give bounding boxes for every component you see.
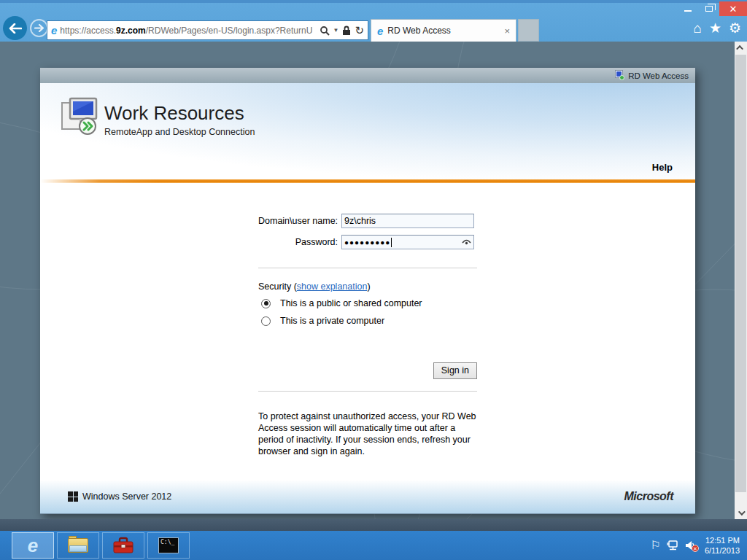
volume-muted-icon[interactable]: ✕ [685, 540, 696, 551]
os-brand: Windows Server 2012 [68, 491, 171, 502]
page-footer: Windows Server 2012 Microsoft [40, 480, 695, 514]
taskbar-internet-explorer-button[interactable]: e [12, 532, 54, 559]
login-form: Domain\user name: 9z\chris Password: ●●●… [258, 214, 477, 457]
taskbar-admin-tools-button[interactable] [102, 532, 144, 559]
favorites-star-icon[interactable]: ★ [709, 21, 721, 35]
search-icon[interactable] [320, 26, 330, 36]
orange-accent-rule [40, 179, 695, 183]
forward-button[interactable] [30, 19, 48, 37]
restore-icon [705, 6, 713, 12]
minimize-button[interactable] [677, 1, 698, 16]
chrome-toolbar-icons: ⌂ ★ ⚙ [693, 21, 741, 35]
timeout-notice: To protect against unauthorized access, … [258, 411, 477, 457]
password-reveal-eye-icon[interactable] [462, 239, 471, 246]
internet-explorer-icon: e [28, 536, 38, 555]
rdweb-mini-icon [615, 71, 624, 80]
close-button[interactable]: ✕ [719, 1, 747, 16]
action-center-flag-icon[interactable]: ⚐ [651, 540, 661, 551]
settings-gear-icon[interactable]: ⚙ [729, 21, 741, 35]
tab-close-icon[interactable]: × [504, 26, 510, 36]
desktop-screen: ✕ e https://access.9z.com/RDWeb/Pages/en… [0, 0, 747, 560]
window-top-border [0, 0, 747, 3]
username-row: Domain\user name: 9z\chris [258, 214, 477, 228]
taskbar: e C:\_ ⚐ [0, 531, 747, 560]
close-icon: ✕ [729, 4, 738, 14]
scroll-down-button[interactable] [735, 507, 747, 519]
clock-date: 6/11/2013 [705, 545, 740, 556]
help-link[interactable]: Help [652, 162, 673, 173]
scrollbar-thumb[interactable] [735, 55, 746, 492]
username-label: Domain\user name: [258, 216, 341, 226]
browser-chrome: ✕ e https://access.9z.com/RDWeb/Pages/en… [0, 0, 747, 42]
private-computer-label: This is a private computer [280, 316, 384, 326]
private-computer-option[interactable]: This is a private computer [258, 316, 477, 326]
taskbar-command-prompt-button[interactable]: C:\_ [147, 532, 190, 559]
signin-row: Sign in [258, 362, 477, 379]
password-label: Password: [258, 237, 341, 247]
url-text: https://access.9z.com/RDWeb/Pages/en-US/… [60, 26, 316, 36]
file-explorer-icon [68, 538, 88, 553]
address-bar[interactable]: e https://access.9z.com/RDWeb/Pages/en-U… [47, 20, 368, 40]
page-title: Work Resources [104, 102, 244, 125]
taskbar-clock[interactable]: 12:51 PM 6/11/2013 [705, 535, 740, 556]
page-header: Work Resources RemoteApp and Desktop Con… [40, 83, 695, 179]
url-dropdown-icon[interactable]: ▼ [333, 27, 339, 34]
restore-button[interactable] [698, 1, 719, 16]
radio-selected-icon[interactable] [261, 299, 271, 308]
lock-icon[interactable] [342, 26, 351, 36]
tab-favicon: e [377, 26, 383, 36]
show-explanation-link[interactable]: show explanation [297, 281, 368, 292]
window-controls: ✕ [677, 1, 747, 16]
banner-label: RD Web Access [628, 71, 689, 80]
text-cursor [391, 238, 392, 247]
mute-x-badge: ✕ [692, 545, 699, 552]
ie-favicon: e [51, 25, 57, 36]
taskbar-file-explorer-button[interactable] [57, 532, 99, 559]
microsoft-logo: Microsoft [624, 490, 674, 503]
section-divider [258, 391, 477, 392]
chevron-down-icon [738, 508, 746, 516]
section-divider [258, 268, 477, 268]
refresh-icon[interactable]: ↻ [355, 24, 364, 37]
clock-time: 12:51 PM [705, 535, 740, 545]
new-tab-button[interactable] [518, 19, 539, 42]
public-computer-option[interactable]: This is a public or shared computer [258, 298, 477, 308]
radio-unselected-icon[interactable] [261, 316, 271, 326]
minimize-icon [684, 10, 692, 12]
remoteapp-logo-icon [60, 96, 101, 136]
scroll-up-button[interactable] [735, 42, 747, 54]
password-dots: ●●●●●●●●● [344, 238, 390, 246]
security-label-suffix: ) [367, 281, 370, 292]
password-input[interactable]: ●●●●●●●●● [341, 235, 474, 249]
username-value: 9z\chris [344, 216, 376, 226]
security-label: Security ( [258, 281, 297, 292]
windows-logo-icon [68, 491, 78, 502]
system-tray: ⚐ ✕ 12:51 PM 6/11/2013 [651, 535, 747, 556]
password-row: Password: ●●●●●●●●● [258, 235, 477, 249]
home-icon[interactable]: ⌂ [693, 21, 701, 35]
public-computer-label: This is a public or shared computer [280, 298, 422, 308]
page-top-banner: RD Web Access [40, 68, 695, 83]
browser-tab[interactable]: e RD Web Access × [371, 19, 516, 42]
chevron-up-icon [736, 45, 743, 52]
sign-in-button[interactable]: Sign in [433, 362, 477, 379]
browser-viewport: RD Web Access Work Resources RemoteApp a… [0, 42, 747, 519]
taskbar-buttons: e C:\_ [12, 532, 190, 559]
desktop-wallpaper-strip [0, 519, 747, 531]
tab-title: RD Web Access [387, 26, 500, 36]
network-icon[interactable] [667, 540, 679, 551]
security-heading: Security (show explanation) [258, 281, 477, 292]
toolbox-icon [113, 537, 133, 554]
rdweb-page: RD Web Access Work Resources RemoteApp a… [40, 68, 695, 514]
os-label: Windows Server 2012 [82, 491, 171, 502]
back-button[interactable] [3, 16, 27, 40]
address-bar-icons: ▼ ↻ [320, 24, 365, 37]
page-subtitle: RemoteApp and Desktop Connection [104, 127, 255, 137]
username-input[interactable]: 9z\chris [341, 214, 474, 228]
command-prompt-icon: C:\_ [158, 537, 179, 553]
back-arrow-icon [9, 23, 22, 34]
forward-arrow-icon [34, 24, 44, 32]
vertical-scrollbar[interactable] [735, 42, 747, 519]
